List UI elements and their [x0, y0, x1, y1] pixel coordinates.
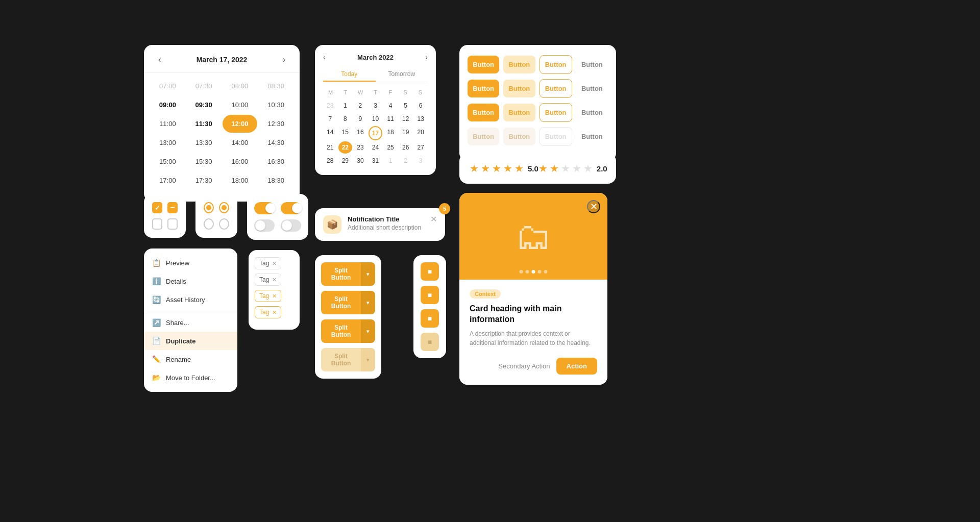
card-primary-action[interactable]: Action [556, 358, 597, 375]
cal-day[interactable]: 4 [383, 100, 398, 112]
cal-day[interactable]: 20 [413, 126, 428, 140]
tag-close-3[interactable]: ✕ [272, 309, 277, 316]
cal-day[interactable]: 2 [399, 155, 413, 167]
cal-next-btn[interactable]: › [425, 53, 428, 61]
button-solid-2-0[interactable]: Button [468, 104, 499, 121]
time-cell[interactable]: 11:00 [150, 115, 185, 133]
cal-day[interactable]: 13 [413, 113, 428, 125]
time-cell[interactable]: 07:00 [150, 77, 185, 95]
tag-close-2[interactable]: ✕ [272, 293, 277, 300]
radio-selected-1[interactable] [204, 202, 214, 213]
toggle-on-1[interactable] [254, 202, 275, 214]
split-arrow-2[interactable]: ▾ [361, 319, 375, 343]
cal-day[interactable]: 3 [369, 100, 383, 112]
card-dot-4[interactable] [544, 270, 548, 274]
time-cell[interactable]: 17:00 [150, 171, 185, 189]
menu-item-move-to-folder...[interactable]: 📂Move to Folder... [144, 368, 237, 387]
button-light-0-1[interactable]: Button [503, 56, 535, 73]
cal-day[interactable]: 18 [383, 126, 398, 140]
cal-day[interactable]: 14 [323, 126, 337, 140]
menu-item-asset-history[interactable]: 🔄Asset History [144, 290, 237, 309]
icon-btn-3[interactable]: ■ [421, 309, 439, 328]
split-arrow-1[interactable]: ▾ [361, 291, 375, 314]
menu-item-share...[interactable]: ↗️Share... [144, 313, 237, 332]
button-ghost-2-3[interactable]: Button [576, 104, 608, 121]
card-close-btn[interactable]: ✕ [587, 200, 600, 213]
radio-unselected-2[interactable] [219, 218, 229, 230]
cal-day[interactable]: 11 [383, 113, 398, 125]
menu-item-details[interactable]: ℹ️Details [144, 272, 237, 290]
time-cell[interactable]: 15:00 [150, 153, 185, 170]
tab-tomorrow[interactable]: Tomorrow [376, 67, 428, 82]
menu-item-preview[interactable]: 📋Preview [144, 254, 237, 272]
button-ghost-3-3[interactable]: Button [576, 128, 608, 145]
cal-day[interactable]: 3 [413, 155, 428, 167]
time-cell[interactable]: 07:30 [186, 77, 222, 95]
cal-day[interactable]: 12 [399, 113, 413, 125]
time-cell[interactable]: 13:30 [186, 134, 222, 152]
button-outline-2-2[interactable]: Button [540, 103, 572, 122]
time-cell[interactable]: 10:00 [223, 96, 258, 114]
checkbox-indeterminate[interactable]: − [167, 202, 178, 213]
radio-unselected-1[interactable] [204, 218, 214, 230]
menu-item-rename[interactable]: ✏️Rename [144, 350, 237, 368]
cal-day[interactable]: 15 [338, 126, 353, 140]
radio-selected-2[interactable] [219, 202, 229, 213]
button-light-2-1[interactable]: Button [503, 104, 535, 121]
cal-day[interactable]: 6 [413, 100, 428, 112]
toggle-on-2[interactable] [281, 202, 301, 214]
checkbox-checked-1[interactable]: ✓ [152, 202, 162, 213]
card-dot-2[interactable] [532, 270, 535, 274]
button-solid-0-0[interactable]: Button [468, 56, 499, 73]
cal-day[interactable]: 10 [369, 113, 383, 125]
cal-day[interactable]: 27 [413, 141, 428, 154]
split-button-row-0[interactable]: Split Button ▾ [321, 262, 375, 286]
cal-day[interactable]: 2 [353, 100, 368, 112]
split-arrow-0[interactable]: ▾ [361, 262, 375, 286]
toggle-off-2[interactable] [281, 219, 301, 232]
card-dot-3[interactable] [538, 270, 542, 274]
button-outline-0-2[interactable]: Button [540, 55, 572, 74]
time-cell[interactable]: 09:00 [150, 96, 185, 114]
time-cell[interactable]: 14:30 [258, 134, 293, 152]
icon-btn-1[interactable]: ■ [421, 262, 439, 281]
split-main-1[interactable]: Split Button [321, 291, 361, 314]
time-cell[interactable]: 15:30 [186, 153, 222, 170]
button-ghost-1-3[interactable]: Button [576, 80, 608, 97]
cal-day[interactable]: 25 [383, 141, 398, 154]
button-outline-1-2[interactable]: Button [540, 79, 572, 98]
time-cell[interactable]: 13:00 [150, 134, 185, 152]
menu-item-duplicate[interactable]: 📄Duplicate [144, 332, 237, 350]
cal-day[interactable]: 8 [338, 113, 353, 125]
tag-close-1[interactable]: ✕ [272, 277, 277, 283]
time-cell[interactable]: 16:00 [223, 153, 258, 170]
button-light-1-1[interactable]: Button [503, 80, 535, 97]
time-cell[interactable]: 14:00 [223, 134, 258, 152]
time-cell[interactable]: 11:30 [186, 115, 222, 133]
split-main-0[interactable]: Split Button [321, 262, 361, 286]
time-next-btn[interactable]: › [279, 53, 289, 66]
cal-day[interactable]: 17 [369, 126, 383, 140]
time-cell[interactable]: 18:00 [223, 171, 258, 189]
split-button-row-1[interactable]: Split Button ▾ [321, 291, 375, 314]
cal-day[interactable]: 16 [353, 126, 368, 140]
split-main-2[interactable]: Split Button [321, 319, 361, 343]
tag-close-0[interactable]: ✕ [272, 260, 277, 267]
cal-prev-btn[interactable]: ‹ [323, 53, 326, 61]
cal-day[interactable]: 9 [353, 113, 368, 125]
cal-day[interactable]: 28 [323, 155, 337, 167]
checkbox-unchecked-2[interactable] [167, 218, 178, 230]
time-cell[interactable]: 18:30 [258, 171, 293, 189]
card-secondary-action[interactable]: Secondary Action [498, 362, 550, 370]
card-dot-1[interactable] [526, 270, 529, 274]
cal-day[interactable]: 30 [353, 155, 368, 167]
cal-day[interactable]: 19 [399, 126, 413, 140]
time-cell[interactable]: 09:30 [186, 96, 222, 114]
cal-day[interactable]: 21 [323, 141, 337, 154]
cal-day[interactable]: 1 [383, 155, 398, 167]
icon-btn-2[interactable]: ■ [421, 286, 439, 304]
time-cell[interactable]: 12:00 [223, 115, 258, 133]
cal-day[interactable]: 22 [338, 141, 353, 154]
time-cell[interactable]: 10:30 [258, 96, 293, 114]
cal-day[interactable]: 31 [369, 155, 383, 167]
